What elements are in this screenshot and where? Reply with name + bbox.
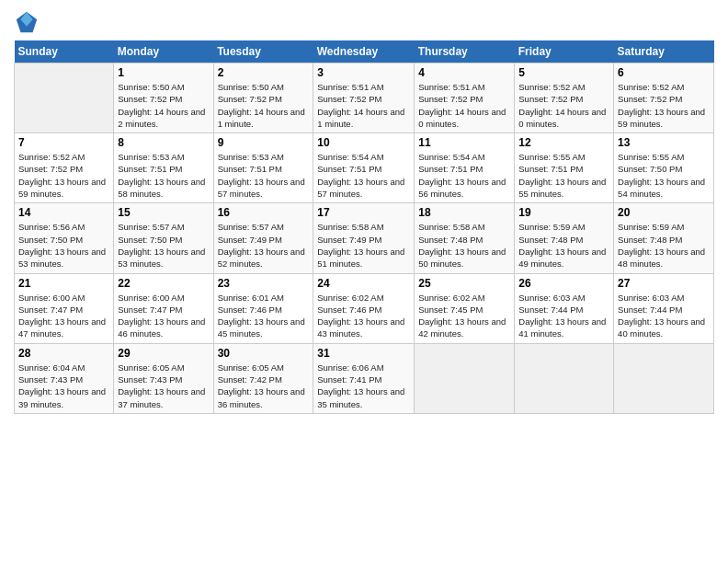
week-row-2: 7Sunrise: 5:52 AMSunset: 7:52 PMDaylight… [15,133,714,203]
day-number: 25 [418,277,510,290]
day-header-wednesday: Wednesday [313,40,415,63]
day-number: 28 [18,347,109,360]
day-detail: Sunrise: 5:50 AMSunset: 7:52 PMDaylight:… [218,81,310,130]
day-detail: Sunrise: 6:00 AMSunset: 7:47 PMDaylight:… [118,292,209,340]
day-cell: 15Sunrise: 5:57 AMSunset: 7:50 PMDayligh… [114,203,213,273]
day-cell: 17Sunrise: 5:58 AMSunset: 7:49 PMDayligh… [313,203,415,273]
day-number: 4 [418,66,510,79]
day-detail: Sunrise: 5:53 AMSunset: 7:51 PMDaylight:… [118,151,209,200]
day-cell: 3Sunrise: 5:51 AMSunset: 7:52 PMDaylight… [313,63,415,133]
day-cell: 16Sunrise: 5:57 AMSunset: 7:49 PMDayligh… [213,203,313,273]
day-detail: Sunrise: 5:55 AMSunset: 7:50 PMDaylight:… [618,151,710,200]
day-detail: Sunrise: 5:59 AMSunset: 7:48 PMDaylight:… [618,221,710,270]
day-number: 29 [118,347,209,360]
day-number: 19 [518,206,609,219]
day-number: 27 [618,277,710,290]
day-header-monday: Monday [114,40,213,63]
day-cell: 14Sunrise: 5:56 AMSunset: 7:50 PMDayligh… [15,203,114,273]
day-detail: Sunrise: 5:54 AMSunset: 7:51 PMDaylight:… [317,151,410,200]
day-detail: Sunrise: 6:01 AMSunset: 7:46 PMDaylight:… [218,292,310,340]
week-row-1: 1Sunrise: 5:50 AMSunset: 7:52 PMDaylight… [15,63,714,133]
day-cell: 11Sunrise: 5:54 AMSunset: 7:51 PMDayligh… [415,133,515,203]
day-cell: 13Sunrise: 5:55 AMSunset: 7:50 PMDayligh… [614,133,714,203]
day-number: 13 [618,136,710,149]
day-cell [15,63,114,133]
day-cell: 28Sunrise: 6:04 AMSunset: 7:43 PMDayligh… [15,343,114,413]
day-number: 11 [418,136,510,149]
week-row-3: 14Sunrise: 5:56 AMSunset: 7:50 PMDayligh… [15,203,714,273]
day-detail: Sunrise: 5:58 AMSunset: 7:48 PMDaylight:… [418,221,510,270]
logo-icon [14,9,40,35]
day-number: 3 [317,66,410,79]
day-number: 9 [218,136,310,149]
day-cell: 7Sunrise: 5:52 AMSunset: 7:52 PMDaylight… [15,133,114,203]
day-cell: 5Sunrise: 5:52 AMSunset: 7:52 PMDaylight… [515,63,614,133]
day-number: 5 [518,66,609,79]
day-cell [614,343,714,413]
day-cell: 12Sunrise: 5:55 AMSunset: 7:51 PMDayligh… [515,133,614,203]
day-cell: 10Sunrise: 5:54 AMSunset: 7:51 PMDayligh… [313,133,415,203]
day-number: 26 [518,277,609,290]
day-cell: 30Sunrise: 6:05 AMSunset: 7:42 PMDayligh… [213,343,313,413]
day-detail: Sunrise: 5:52 AMSunset: 7:52 PMDaylight:… [18,151,109,200]
day-detail: Sunrise: 6:06 AMSunset: 7:41 PMDaylight:… [317,362,410,410]
day-cell: 9Sunrise: 5:53 AMSunset: 7:51 PMDaylight… [213,133,313,203]
day-number: 1 [118,66,209,79]
day-cell [515,343,614,413]
day-cell: 23Sunrise: 6:01 AMSunset: 7:46 PMDayligh… [213,273,313,343]
day-number: 6 [618,66,710,79]
header-row: SundayMondayTuesdayWednesdayThursdayFrid… [15,40,714,63]
header [14,9,714,35]
day-detail: Sunrise: 5:57 AMSunset: 7:50 PMDaylight:… [118,221,209,270]
day-detail: Sunrise: 5:58 AMSunset: 7:49 PMDaylight:… [317,221,410,270]
day-number: 12 [518,136,609,149]
day-number: 23 [218,277,310,290]
day-detail: Sunrise: 6:00 AMSunset: 7:47 PMDaylight:… [18,292,109,340]
day-number: 22 [118,277,209,290]
day-number: 15 [118,206,209,219]
day-number: 20 [618,206,710,219]
day-header-tuesday: Tuesday [213,40,313,63]
day-detail: Sunrise: 6:05 AMSunset: 7:42 PMDaylight:… [218,362,310,410]
day-detail: Sunrise: 5:52 AMSunset: 7:52 PMDaylight:… [618,81,710,130]
week-row-4: 21Sunrise: 6:00 AMSunset: 7:47 PMDayligh… [15,273,714,343]
day-cell: 8Sunrise: 5:53 AMSunset: 7:51 PMDaylight… [114,133,213,203]
day-detail: Sunrise: 5:56 AMSunset: 7:50 PMDaylight:… [18,221,109,270]
day-cell: 1Sunrise: 5:50 AMSunset: 7:52 PMDaylight… [114,63,213,133]
day-header-thursday: Thursday [415,40,515,63]
day-cell: 6Sunrise: 5:52 AMSunset: 7:52 PMDaylight… [614,63,714,133]
day-detail: Sunrise: 5:54 AMSunset: 7:51 PMDaylight:… [418,151,510,200]
day-number: 17 [317,206,410,219]
day-number: 2 [218,66,310,79]
day-cell: 26Sunrise: 6:03 AMSunset: 7:44 PMDayligh… [515,273,614,343]
day-header-saturday: Saturday [614,40,714,63]
day-cell [415,343,515,413]
calendar-table: SundayMondayTuesdayWednesdayThursdayFrid… [14,40,714,414]
day-number: 30 [218,347,310,360]
day-number: 18 [418,206,510,219]
day-cell: 4Sunrise: 5:51 AMSunset: 7:52 PMDaylight… [415,63,515,133]
day-detail: Sunrise: 5:52 AMSunset: 7:52 PMDaylight:… [518,81,609,130]
day-header-friday: Friday [515,40,614,63]
day-cell: 25Sunrise: 6:02 AMSunset: 7:45 PMDayligh… [415,273,515,343]
day-number: 31 [317,347,410,360]
day-cell: 24Sunrise: 6:02 AMSunset: 7:46 PMDayligh… [313,273,415,343]
day-number: 16 [218,206,310,219]
day-detail: Sunrise: 6:05 AMSunset: 7:43 PMDaylight:… [118,362,209,410]
day-number: 7 [18,136,109,149]
day-cell: 19Sunrise: 5:59 AMSunset: 7:48 PMDayligh… [515,203,614,273]
day-detail: Sunrise: 5:51 AMSunset: 7:52 PMDaylight:… [317,81,410,130]
day-detail: Sunrise: 5:57 AMSunset: 7:49 PMDaylight:… [218,221,310,270]
day-cell: 2Sunrise: 5:50 AMSunset: 7:52 PMDaylight… [213,63,313,133]
day-header-sunday: Sunday [15,40,114,63]
day-detail: Sunrise: 6:03 AMSunset: 7:44 PMDaylight:… [618,292,710,340]
day-detail: Sunrise: 5:59 AMSunset: 7:48 PMDaylight:… [518,221,609,270]
day-number: 10 [317,136,410,149]
day-detail: Sunrise: 5:53 AMSunset: 7:51 PMDaylight:… [218,151,310,200]
day-cell: 29Sunrise: 6:05 AMSunset: 7:43 PMDayligh… [114,343,213,413]
day-detail: Sunrise: 6:02 AMSunset: 7:46 PMDaylight:… [317,292,410,340]
day-cell: 20Sunrise: 5:59 AMSunset: 7:48 PMDayligh… [614,203,714,273]
day-detail: Sunrise: 5:50 AMSunset: 7:52 PMDaylight:… [118,81,209,130]
day-cell: 21Sunrise: 6:00 AMSunset: 7:47 PMDayligh… [15,273,114,343]
day-detail: Sunrise: 5:55 AMSunset: 7:51 PMDaylight:… [518,151,609,200]
